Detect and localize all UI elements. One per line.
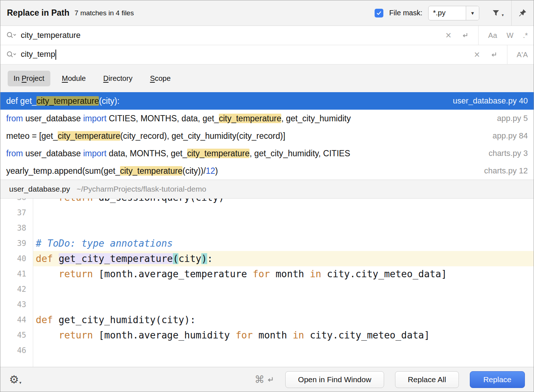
whole-words-toggle[interactable]: W: [507, 31, 514, 40]
field-separator: [507, 45, 507, 64]
preserve-case-toggle[interactable]: A'A: [517, 51, 528, 59]
scope-tab-in-project[interactable]: In Project: [8, 71, 50, 86]
open-in-find-window-button[interactable]: Open in Find Window: [285, 371, 384, 388]
line-number: 38: [0, 220, 33, 236]
code-lines: 36 return db_session.query(city)373839# …: [0, 199, 534, 358]
search-field-icons: × Aa W .*: [446, 26, 528, 45]
preview-file-name: user_database.py: [9, 185, 70, 193]
result-row[interactable]: meteo = [get_city_temperature(city_recor…: [0, 127, 534, 145]
result-row[interactable]: def get_city_temperature(city):user_data…: [0, 92, 534, 110]
result-text: def get_city_temperature(city):: [6, 96, 120, 106]
clear-search-icon[interactable]: ×: [446, 31, 452, 40]
newline-icon[interactable]: [461, 31, 469, 39]
scope-tab-scope[interactable]: Scope: [144, 71, 177, 86]
code-line: 46: [0, 343, 534, 358]
cmd-enter-shortcut: ⌘: [255, 374, 274, 385]
result-location: charts.py 3: [480, 149, 528, 158]
header-controls: File mask: *.py ▾ ▾: [375, 0, 527, 26]
editor-preview[interactable]: 36 return db_session.query(city)373839# …: [0, 199, 534, 367]
code-text: [33, 220, 534, 236]
gutter-separator: [33, 199, 33, 367]
code-line: 36 return db_session.query(city): [0, 199, 534, 205]
pin-icon[interactable]: [518, 8, 527, 18]
replace-value: city_temp: [21, 50, 55, 59]
search-row: city_temperature × Aa W .*: [0, 26, 534, 45]
result-row[interactable]: from user_database import data, MONTHS, …: [0, 145, 534, 162]
dialog-footer: ⚙ ▾ ⌘ Open in Find Window Replace All Re…: [0, 367, 534, 392]
dialog-title: Replace in Path: [7, 8, 69, 18]
replace-all-button[interactable]: Replace All: [395, 371, 459, 388]
line-number: 40: [0, 251, 33, 266]
line-number: 46: [0, 343, 33, 358]
code-line: 37: [0, 205, 534, 220]
text-caret: [55, 50, 56, 60]
code-line: 42: [0, 282, 534, 297]
replace-button[interactable]: Replace: [470, 371, 525, 388]
file-mask-value: *.py: [429, 6, 466, 20]
replace-newline-icon[interactable]: [490, 51, 498, 59]
code-line: 45 return [month.average_humidity for mo…: [0, 328, 534, 343]
result-location: app.py 5: [488, 114, 528, 123]
search-value: city_temperature: [21, 31, 81, 40]
clear-replace-icon[interactable]: ×: [474, 50, 480, 60]
scope-tab-directory[interactable]: Directory: [97, 71, 138, 86]
header-separator: [511, 0, 512, 26]
dialog-header: Replace in Path 7 matches in 4 files Fil…: [0, 0, 534, 26]
code-text: def get_city_temperature(city):: [33, 251, 534, 266]
result-location: user_database.py 40: [444, 96, 528, 106]
code-line: 41 return [month.average_temperature for…: [0, 266, 534, 282]
line-number: 41: [0, 266, 33, 282]
result-row[interactable]: yearly_temp.append(sum(get_city_temperat…: [0, 162, 534, 180]
code-line: 38: [0, 220, 534, 236]
code-line: 43: [0, 297, 534, 312]
preview-header: user_database.py ~/PycharmProjects/flask…: [0, 180, 534, 199]
code-text: def get_city_humidity(city):: [33, 312, 534, 328]
scope-tab-module[interactable]: Module: [56, 71, 92, 86]
result-text: meteo = [get_city_temperature(city_recor…: [6, 131, 285, 141]
file-mask-label: File mask:: [389, 9, 422, 17]
search-icon[interactable]: [6, 31, 16, 40]
match-case-toggle[interactable]: Aa: [488, 31, 497, 40]
line-number: 36: [0, 199, 33, 205]
settings-gear-button[interactable]: ⚙ ▾: [9, 374, 21, 385]
result-text: from user_database import CITIES, MONTHS…: [6, 114, 351, 124]
filter-caret-icon: ▾: [502, 13, 504, 17]
search-input[interactable]: city_temperature: [21, 31, 446, 40]
code-text: [33, 343, 534, 358]
code-text: return [month.average_humidity for month…: [33, 328, 534, 343]
result-location: app.py 84: [484, 131, 528, 141]
code-text: [33, 205, 534, 220]
result-location: charts.py 12: [475, 166, 528, 176]
scope-tabs: In ProjectModuleDirectoryScope: [0, 64, 534, 92]
file-mask-combo[interactable]: *.py ▾: [428, 6, 479, 20]
result-row[interactable]: from user_database import CITIES, MONTHS…: [0, 110, 534, 127]
code-text: return [month.average_temperature for mo…: [33, 266, 534, 282]
filter-icon[interactable]: ▾: [492, 9, 500, 17]
line-number: 39: [0, 236, 33, 251]
replace-search-icon[interactable]: [6, 50, 16, 59]
chevron-down-icon[interactable]: ▾: [466, 6, 479, 20]
line-number: 43: [0, 297, 33, 312]
command-icon: ⌘: [255, 374, 264, 385]
file-mask-checkbox[interactable]: [375, 9, 383, 17]
field-separator: [478, 26, 479, 45]
replace-input[interactable]: city_temp: [21, 50, 474, 60]
line-number: 44: [0, 312, 33, 328]
preview-file-path: ~/PycharmProjects/flask-tutorial-demo: [77, 185, 206, 193]
code-line: 40def get_city_temperature(city):: [0, 251, 534, 266]
code-line: 39# ToDo: type annotations: [0, 236, 534, 251]
replace-row: city_temp × A'A: [0, 45, 534, 64]
footer-actions: ⌘ Open in Find Window Replace All Replac…: [255, 371, 525, 388]
line-number: 37: [0, 205, 33, 220]
code-text: [33, 282, 534, 297]
gear-icon: ⚙: [9, 374, 19, 385]
check-icon: [376, 10, 382, 16]
line-number: 42: [0, 282, 33, 297]
code-line: 44def get_city_humidity(city):: [0, 312, 534, 328]
code-text: # ToDo: type annotations: [33, 236, 534, 251]
result-text: from user_database import data, MONTHS, …: [6, 149, 350, 158]
replace-field-icons: × A'A: [474, 45, 528, 64]
return-icon: [266, 375, 274, 384]
regex-toggle[interactable]: .*: [523, 31, 528, 40]
match-summary: 7 matches in 4 files: [74, 9, 134, 17]
